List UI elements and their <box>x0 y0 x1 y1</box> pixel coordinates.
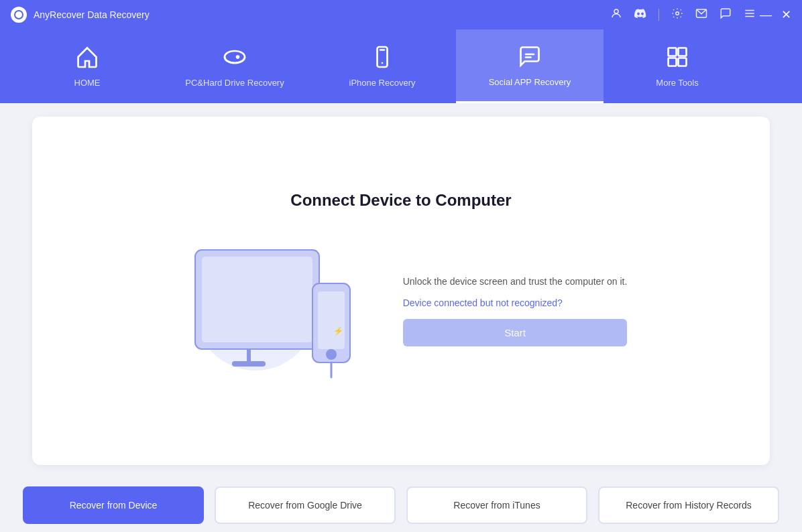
close-button[interactable]: ✕ <box>781 9 791 21</box>
titlebar-action-icons <box>610 7 756 22</box>
recover-from-history-button[interactable]: Recover from History Records <box>598 486 779 524</box>
svg-rect-10 <box>679 48 687 56</box>
info-area: Unlock the device screen and trust the c… <box>403 274 628 346</box>
home-icon <box>75 45 99 72</box>
window-controls: — ✕ <box>760 9 791 21</box>
recover-from-itunes-button[interactable]: Recover from iTunes <box>406 486 587 524</box>
menu-icon[interactable] <box>744 7 756 22</box>
discord-icon[interactable] <box>634 7 646 22</box>
nav-label-social: Social APP Recovery <box>489 77 571 87</box>
nav-item-social-app[interactable]: Social APP Recovery <box>456 29 604 103</box>
nav-label-iphone: iPhone Recovery <box>349 78 416 88</box>
titlebar: AnyRecover Data Recovery <box>0 0 802 29</box>
iphone-icon <box>370 45 394 72</box>
nav-item-pc-hard-drive[interactable]: PC&Hard Drive Recovery <box>161 29 308 103</box>
svg-point-7 <box>237 56 239 58</box>
svg-rect-16 <box>232 361 266 367</box>
svg-rect-18 <box>318 291 345 349</box>
navbar: HOME PC&Hard Drive Recovery iPhone Recov… <box>0 29 802 103</box>
recover-from-device-button[interactable]: Recover from Device <box>23 486 204 524</box>
recover-from-google-drive-button[interactable]: Recover from Google Drive <box>215 486 396 524</box>
page-title: Connect Device to Computer <box>290 191 511 210</box>
start-button[interactable]: Start <box>403 319 628 346</box>
hard-drive-icon <box>223 45 247 72</box>
more-tools-icon <box>665 45 689 72</box>
bottom-bar: Recover from Device Recover from Google … <box>0 478 802 532</box>
nav-label-more: More Tools <box>656 78 698 88</box>
svg-rect-9 <box>669 48 677 56</box>
mail-icon[interactable] <box>695 7 707 22</box>
svg-point-1 <box>676 12 679 15</box>
device-not-recognized-link[interactable]: Device connected but not recognized? <box>403 297 628 308</box>
chat-icon[interactable] <box>720 7 732 22</box>
svg-point-0 <box>614 9 618 13</box>
main-content-area: Connect Device to Computer <box>0 103 802 478</box>
nav-item-more-tools[interactable]: More Tools <box>604 29 751 103</box>
svg-point-19 <box>326 349 337 360</box>
app-title: AnyRecover Data Recovery <box>34 9 610 20</box>
nav-item-iphone[interactable]: iPhone Recovery <box>308 29 456 103</box>
svg-rect-14 <box>202 257 312 342</box>
device-illustration: ⚡ <box>175 230 363 391</box>
settings-icon[interactable] <box>671 7 683 22</box>
svg-rect-12 <box>679 58 687 66</box>
svg-rect-11 <box>669 58 677 66</box>
info-text: Unlock the device screen and trust the c… <box>403 274 628 289</box>
illustration-area: ⚡ Unlock the device screen and trust the… <box>175 230 628 391</box>
nav-label-home: HOME <box>74 78 101 88</box>
minimize-button[interactable]: — <box>760 9 772 21</box>
monitor-illustration: ⚡ <box>175 230 363 391</box>
svg-text:⚡: ⚡ <box>333 326 343 336</box>
content-card: Connect Device to Computer <box>32 117 770 465</box>
titlebar-divider <box>658 9 659 21</box>
app-logo <box>11 7 27 23</box>
user-icon[interactable] <box>610 7 622 22</box>
nav-item-home[interactable]: HOME <box>13 29 161 103</box>
nav-label-pc: PC&Hard Drive Recovery <box>185 78 284 88</box>
social-icon <box>518 44 542 72</box>
